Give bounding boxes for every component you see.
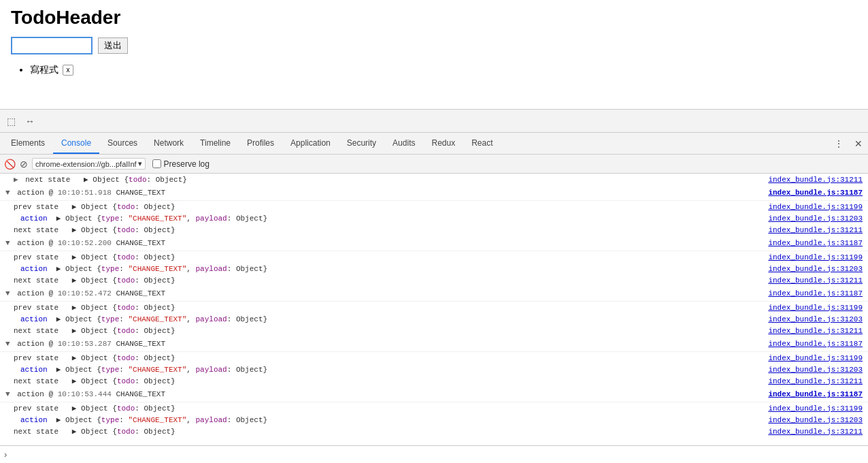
todo-input-area: 送出: [11, 37, 857, 54]
page-content: TodoHeader 送出 寫程式 x: [0, 0, 868, 87]
todo-submit-button[interactable]: 送出: [98, 37, 128, 54]
todo-item: 寫程式 x: [30, 64, 857, 76]
list-item: 寫程式 x: [30, 64, 857, 76]
todo-list: 寫程式 x: [11, 64, 857, 76]
todo-item-text: 寫程式: [30, 64, 59, 76]
todo-item-close-button[interactable]: x: [63, 65, 73, 76]
page-title: TodoHeader: [11, 7, 857, 29]
todo-input[interactable]: [11, 37, 93, 54]
